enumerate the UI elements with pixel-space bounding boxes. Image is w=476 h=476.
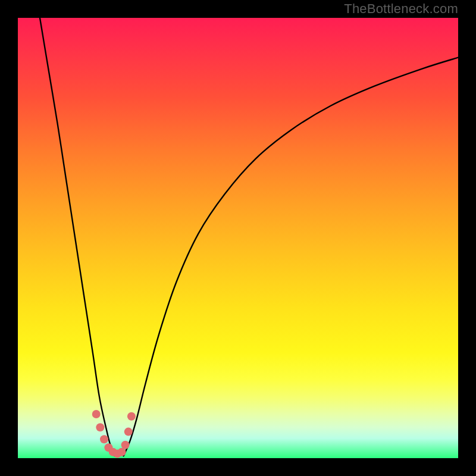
data-marker [124,428,133,436]
data-marker [118,448,126,456]
curve-right-branch [124,58,458,456]
curve-layer [18,18,458,458]
data-marker [121,441,130,449]
data-marker [127,412,136,421]
marker-group [92,410,136,458]
curve-group [40,18,458,456]
data-marker [96,423,104,431]
curve-left-branch [40,18,115,456]
data-marker [92,410,101,418]
chart-frame: TheBottleneck.com [0,0,476,476]
data-marker [100,435,108,443]
plot-area [18,18,458,458]
watermark-text: TheBottleneck.com [344,1,458,17]
